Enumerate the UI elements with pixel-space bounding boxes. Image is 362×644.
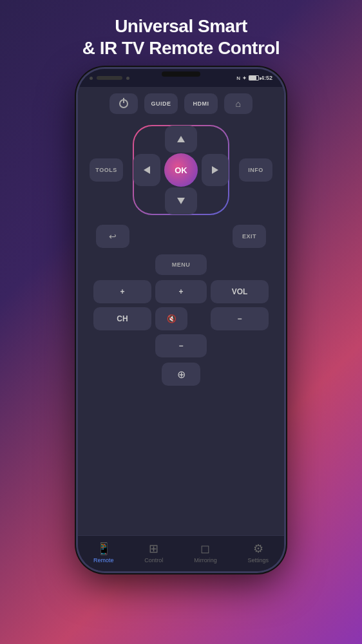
camera-dot: [90, 77, 93, 80]
dpad-section: TOOLS OK INFO: [87, 122, 275, 218]
remote-icon: 📱: [97, 542, 111, 556]
input-source-button[interactable]: ⊕: [162, 363, 200, 386]
nfc-icon: N: [236, 75, 240, 81]
battery-fill: [249, 76, 256, 80]
menu-button[interactable]: MENU: [155, 254, 207, 275]
dpad-down-button[interactable]: [165, 187, 197, 214]
dpad-container: OK: [129, 122, 233, 218]
nav-settings-label: Settings: [248, 557, 269, 564]
ch-plus-button[interactable]: +: [155, 280, 207, 303]
phone-screen: GUIDE HDMI ⌂ TOOLS OK: [78, 87, 284, 535]
info-button[interactable]: INFO: [239, 158, 272, 182]
nav-control[interactable]: ⊞ Control: [138, 539, 169, 566]
input-row: ⊕: [87, 363, 275, 386]
vol-label: VOL: [211, 280, 269, 303]
home-button[interactable]: ⌂: [224, 93, 252, 114]
bottom-nav: 📱 Remote ⊞ Control ◻ Mirroring ⚙ Setting…: [78, 535, 284, 571]
exit-button[interactable]: EXIT: [233, 225, 266, 248]
status-right: N ✦ 4:52: [236, 75, 272, 81]
mirroring-icon: ◻: [200, 542, 210, 556]
time-display: 4:52: [261, 75, 272, 81]
guide-button[interactable]: GUIDE: [144, 93, 178, 114]
dpad-right-button[interactable]: [202, 154, 229, 186]
arrow-up-icon: [177, 136, 185, 142]
app-title: Universal Smart & IR TV Remote Control: [70, 0, 292, 69]
nav-control-label: Control: [144, 557, 163, 564]
menu-row: MENU: [87, 254, 275, 275]
settings-icon: ⚙: [253, 542, 263, 556]
hdmi-button[interactable]: HDMI: [184, 93, 218, 114]
dpad-up-button[interactable]: [165, 126, 197, 153]
input-icon: ⊕: [177, 368, 186, 381]
vol-plus-button[interactable]: +: [93, 280, 151, 303]
mute-button[interactable]: 🔇: [155, 307, 187, 330]
speaker-grill: [97, 76, 122, 80]
arrow-right-icon: [212, 166, 218, 174]
arrow-left-icon: [144, 166, 150, 174]
nav-mirroring-label: Mirroring: [194, 557, 217, 564]
back-exit-row: ↩ EXIT: [87, 225, 275, 248]
nav-mirroring[interactable]: ◻ Mirroring: [187, 539, 224, 566]
nav-remote-label: Remote: [93, 557, 114, 564]
top-button-row: GUIDE HDMI ⌂: [87, 93, 275, 114]
control-icon: ⊞: [149, 542, 158, 556]
vol-ch-section: + + VOL 🔇 CH − −: [87, 280, 275, 357]
vol-minus-button[interactable]: −: [211, 307, 269, 330]
bluetooth-icon: ✦: [242, 75, 247, 81]
back-icon: ↩: [109, 231, 117, 242]
dpad-left-button[interactable]: [133, 154, 160, 186]
arrow-down-icon: [177, 198, 185, 204]
nav-settings[interactable]: ⚙ Settings: [242, 539, 276, 566]
ch-label: CH: [93, 307, 151, 330]
mute-icon: 🔇: [167, 314, 176, 323]
phone-frame: N ✦ 4:52 GUIDE HDMI ⌂ TOOLS: [78, 69, 284, 571]
power-icon: [119, 99, 128, 108]
home-icon: ⌂: [236, 99, 242, 109]
camera-dot-2: [126, 77, 129, 80]
tools-button[interactable]: TOOLS: [90, 158, 123, 182]
back-button[interactable]: ↩: [96, 225, 129, 248]
notch: [90, 76, 129, 80]
battery-icon: [249, 75, 259, 80]
status-bar: N ✦ 4:52: [78, 69, 284, 87]
dpad-ok-button[interactable]: OK: [164, 153, 198, 187]
power-button[interactable]: [110, 93, 138, 114]
ch-minus-button[interactable]: −: [155, 334, 207, 357]
nav-remote[interactable]: 📱 Remote: [87, 539, 120, 566]
